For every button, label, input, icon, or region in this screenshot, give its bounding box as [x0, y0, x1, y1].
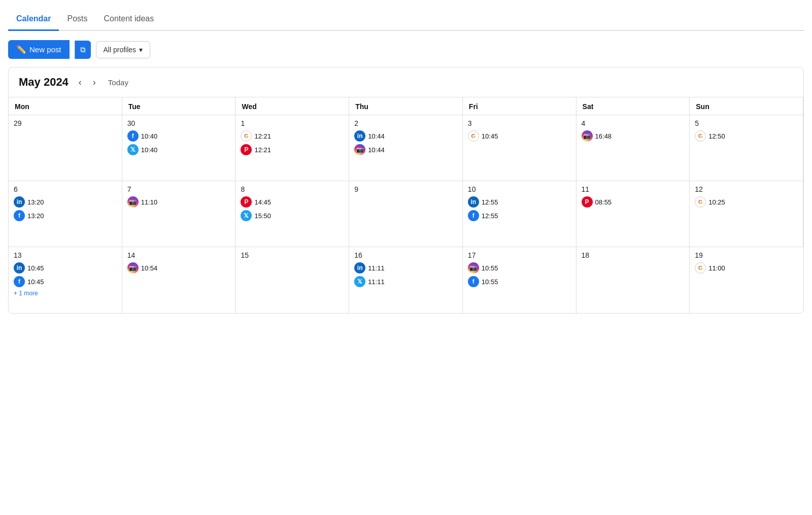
google-icon: G — [241, 130, 252, 142]
pinterest-icon: P — [582, 196, 593, 208]
instagram-icon: 📷 — [127, 196, 139, 208]
day-cell-14[interactable]: 14 📷 10:54 — [122, 247, 236, 313]
google-icon: G — [695, 130, 706, 142]
event-instagram-1110[interactable]: 📷 11:10 — [127, 196, 230, 208]
copy-icon: ⧉ — [80, 45, 86, 54]
pinterest-icon: P — [241, 144, 252, 155]
calendar: May 2024 ‹ › Today Mon Tue Wed Thu Fri S… — [8, 67, 804, 314]
header-fri: Fri — [463, 97, 577, 115]
event-google-1221[interactable]: G 12:21 — [241, 130, 344, 142]
event-pinterest-1221[interactable]: P 12:21 — [241, 144, 344, 155]
event-google-1100[interactable]: G 11:00 — [695, 262, 798, 273]
tab-posts[interactable]: Posts — [59, 8, 95, 31]
event-facebook-1055[interactable]: f 10:55 — [468, 276, 571, 287]
google-icon: G — [468, 130, 479, 142]
linkedin-icon: in — [354, 130, 365, 142]
event-twitter-1550[interactable]: 𝕏 15:50 — [241, 210, 344, 221]
tab-content-ideas[interactable]: Content ideas — [95, 8, 162, 31]
calendar-grid: Mon Tue Wed Thu Fri Sat Sun 29 30 f 10:4… — [9, 97, 803, 313]
day-cell-9[interactable]: 9 — [349, 181, 463, 247]
day-cell-18[interactable]: 18 — [577, 247, 690, 313]
instagram-icon: 📷 — [582, 130, 593, 142]
facebook-icon: f — [127, 130, 139, 142]
day-cell-15[interactable]: 15 — [235, 247, 349, 313]
day-cell-1[interactable]: 1 G 12:21 P 12:21 — [235, 115, 349, 181]
event-twitter-1111[interactable]: 𝕏 11:11 — [354, 276, 457, 287]
profiles-label: All profiles — [104, 46, 137, 54]
chevron-down-icon: ▾ — [139, 46, 143, 54]
pencil-icon: ✏️ — [16, 45, 26, 54]
google-icon: G — [695, 196, 706, 208]
next-month-button[interactable]: › — [90, 76, 99, 89]
event-instagram-1044[interactable]: 📷 10:44 — [354, 144, 457, 155]
instagram-icon: 📷 — [468, 262, 479, 273]
event-google-1250[interactable]: G 12:50 — [695, 130, 798, 142]
new-post-label: New post — [29, 45, 61, 54]
facebook-icon: f — [468, 210, 479, 221]
toolbar: ✏️ New post ⧉ All profiles ▾ — [8, 31, 804, 67]
day-cell-29[interactable]: 29 — [9, 115, 122, 181]
day-cell-12[interactable]: 12 G 10:25 — [690, 181, 803, 247]
facebook-icon: f — [468, 276, 479, 287]
event-linkedin-1320[interactable]: in 13:20 — [14, 196, 117, 208]
event-instagram-1054[interactable]: 📷 10:54 — [127, 262, 230, 273]
prev-month-button[interactable]: ‹ — [76, 76, 85, 89]
event-facebook-1040[interactable]: f 10:40 — [127, 130, 230, 142]
header-thu: Thu — [349, 97, 463, 115]
twitter-icon: 𝕏 — [241, 210, 252, 221]
header-mon: Mon — [9, 97, 122, 115]
more-events-link[interactable]: + 1 more — [14, 290, 117, 297]
twitter-icon: 𝕏 — [127, 144, 139, 155]
day-cell-16[interactable]: 16 in 11:11 𝕏 11:11 — [349, 247, 463, 313]
twitter-icon: 𝕏 — [354, 276, 365, 287]
event-linkedin-1044[interactable]: in 10:44 — [354, 130, 457, 142]
day-cell-10[interactable]: 10 in 12:55 f 12:55 — [463, 181, 577, 247]
google-icon: G — [695, 262, 706, 273]
event-google-1045-fri[interactable]: G 10:45 — [468, 130, 571, 142]
copy-button[interactable]: ⧉ — [75, 41, 91, 59]
day-cell-2[interactable]: 2 in 10:44 📷 10:44 — [349, 115, 463, 181]
event-linkedin-1111[interactable]: in 11:11 — [354, 262, 457, 273]
day-cell-17[interactable]: 17 📷 10:55 f 10:55 — [463, 247, 577, 313]
event-instagram-1055[interactable]: 📷 10:55 — [468, 262, 571, 273]
all-profiles-button[interactable]: All profiles ▾ — [96, 41, 151, 58]
event-facebook-1320[interactable]: f 13:20 — [14, 210, 117, 221]
calendar-header: May 2024 ‹ › Today — [9, 67, 803, 97]
instagram-icon: 📷 — [354, 144, 365, 155]
day-cell-6[interactable]: 6 in 13:20 f 13:20 — [9, 181, 122, 247]
day-cell-5[interactable]: 5 G 12:50 — [690, 115, 803, 181]
event-facebook-1255[interactable]: f 12:55 — [468, 210, 571, 221]
linkedin-icon: in — [468, 196, 479, 208]
event-facebook-1045-mon[interactable]: f 10:45 — [14, 276, 117, 287]
event-twitter-1040[interactable]: 𝕏 10:40 — [127, 144, 230, 155]
event-instagram-1648[interactable]: 📷 16:48 — [582, 130, 685, 142]
pinterest-icon: P — [241, 196, 252, 208]
day-cell-19[interactable]: 19 G 11:00 — [690, 247, 803, 313]
linkedin-icon: in — [14, 196, 25, 208]
event-pinterest-1445[interactable]: P 14:45 — [241, 196, 344, 208]
event-linkedin-1255[interactable]: in 12:55 — [468, 196, 571, 208]
header-wed: Wed — [235, 97, 349, 115]
header-tue: Tue — [122, 97, 236, 115]
header-sun: Sun — [690, 97, 803, 115]
day-cell-13[interactable]: 13 in 10:45 f 10:45 + 1 more — [9, 247, 122, 313]
linkedin-icon: in — [354, 262, 365, 273]
today-button[interactable]: Today — [104, 76, 132, 89]
header-sat: Sat — [577, 97, 690, 115]
facebook-icon: f — [14, 276, 25, 287]
day-cell-8[interactable]: 8 P 14:45 𝕏 15:50 — [235, 181, 349, 247]
day-cell-30[interactable]: 30 f 10:40 𝕏 10:40 — [122, 115, 236, 181]
event-google-1025[interactable]: G 10:25 — [695, 196, 798, 208]
event-linkedin-1045-mon[interactable]: in 10:45 — [14, 262, 117, 273]
day-cell-7[interactable]: 7 📷 11:10 — [122, 181, 236, 247]
day-cell-11[interactable]: 11 P 08:55 — [577, 181, 690, 247]
tab-calendar[interactable]: Calendar — [8, 8, 59, 31]
day-cell-3[interactable]: 3 G 10:45 — [463, 115, 577, 181]
tab-bar: Calendar Posts Content ideas — [8, 0, 804, 31]
facebook-icon: f — [14, 210, 25, 221]
instagram-icon: 📷 — [127, 262, 139, 273]
new-post-button[interactable]: ✏️ New post — [8, 40, 70, 59]
linkedin-icon: in — [14, 262, 25, 273]
event-pinterest-0855[interactable]: P 08:55 — [582, 196, 685, 208]
day-cell-4[interactable]: 4 📷 16:48 — [577, 115, 690, 181]
